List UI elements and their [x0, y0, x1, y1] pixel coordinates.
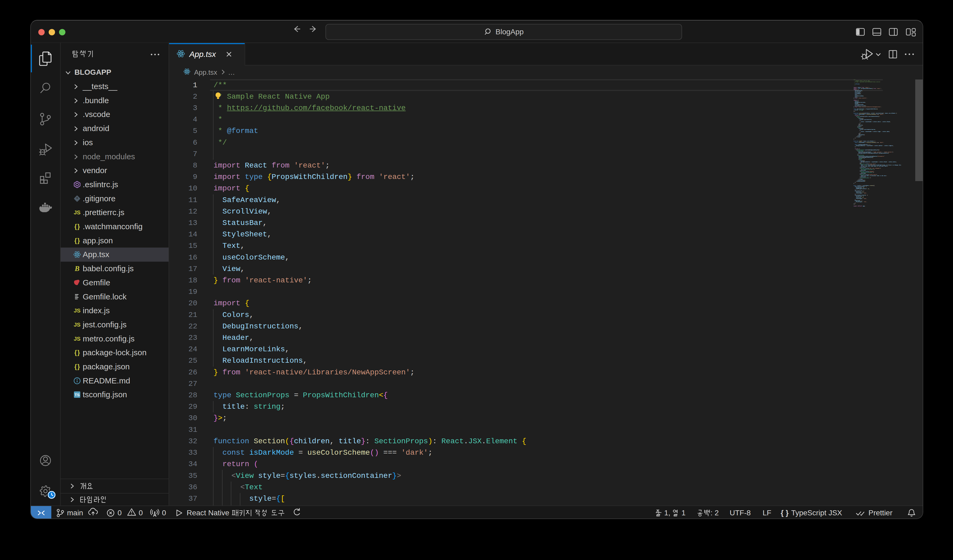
svg-text:TS: TS: [75, 392, 79, 397]
